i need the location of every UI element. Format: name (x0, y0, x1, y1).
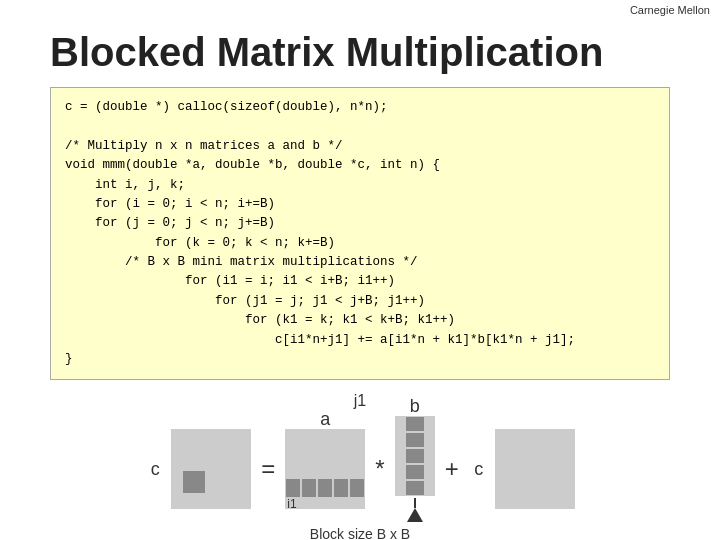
a-strip (285, 479, 365, 497)
matrix-c2 (495, 429, 575, 509)
multiply-operator: * (375, 455, 384, 483)
matrices-row: c = a i1 (145, 416, 574, 522)
code-block: c = (double *) calloc(sizeof(double), n*… (50, 87, 670, 380)
a-cell-2 (302, 479, 316, 497)
c-label: c (145, 459, 165, 480)
arrow-up (407, 508, 423, 522)
i1-label: i1 (287, 497, 296, 511)
equals-operator: = (261, 455, 275, 483)
j1-label: j1 (354, 392, 366, 410)
b-cell-3 (406, 449, 424, 463)
c-block-highlight (183, 471, 205, 493)
b-label: b (405, 396, 425, 417)
plus-operator: + (445, 455, 459, 483)
c2-label: c (469, 459, 489, 480)
top-bar: Carnegie Mellon (0, 0, 720, 20)
arrow-line (414, 498, 416, 508)
matrix-b (395, 416, 435, 496)
b-strip (406, 416, 424, 496)
b-cell-4 (406, 465, 424, 479)
brand-label: Carnegie Mellon (630, 4, 710, 16)
slide-title: Blocked Matrix Multiplication (50, 30, 670, 75)
diagram-area: j1 c = a i1 (50, 392, 670, 540)
b-cell-2 (406, 433, 424, 447)
b-cell-5 (406, 481, 424, 495)
matrix-c (171, 429, 251, 509)
a-cell-5 (350, 479, 364, 497)
a-cell-1 (286, 479, 300, 497)
b-cell-1 (406, 417, 424, 431)
a-cell-4 (334, 479, 348, 497)
b-arrow-container (407, 498, 423, 522)
block-size-label: Block size B x B (310, 526, 410, 540)
slide-content: Blocked Matrix Multiplication c = (doubl… (0, 20, 720, 540)
a-label: a (315, 409, 335, 430)
matrix-a: i1 (285, 429, 365, 509)
a-cell-3 (318, 479, 332, 497)
